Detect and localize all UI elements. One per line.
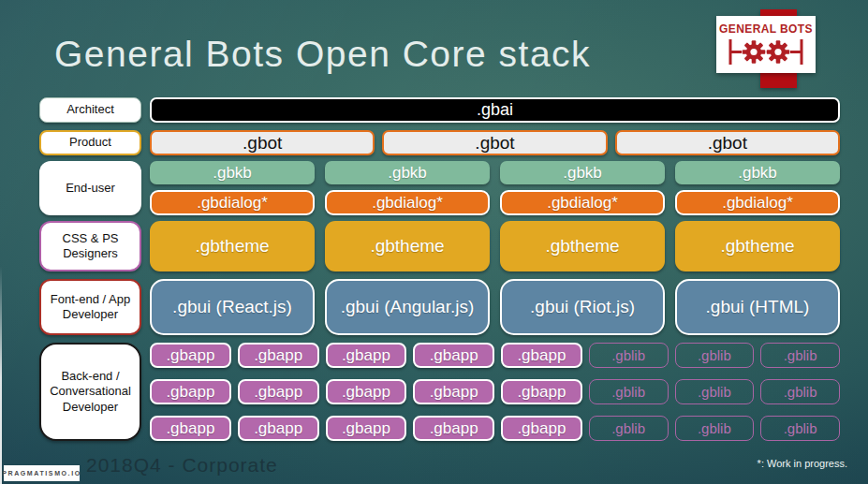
gblib-block: .gblib <box>760 416 840 441</box>
gbdialog-row: .gbdialog* .gbdialog* .gbdialog* .gbdial… <box>150 190 840 215</box>
gbkb-block: .gbkb <box>325 161 490 184</box>
gbot-block: .gbot <box>382 130 607 155</box>
gbui-react-block: .gbui (React.js) <box>150 279 315 335</box>
pragmatismo-watermark: PRAGMATISMO.IO <box>4 465 80 481</box>
work-in-progress-note: *: Work in progress. <box>758 458 847 469</box>
row-label-frontend-app-developer: Font-end / App Developer <box>39 279 141 335</box>
gbdialog-block: .gbdialog* <box>325 190 490 215</box>
gbot-block: .gbot <box>150 130 375 155</box>
row-label-css-ps-designers: CSS & PS Designers <box>39 221 141 271</box>
gbapp-block: .gbapp <box>501 379 582 404</box>
gbapp-block: .gbapp <box>326 343 407 368</box>
gbapp-block: .gbapp <box>413 416 494 441</box>
gbkb-block: .gbkb <box>500 161 665 184</box>
gbapp-block: .gbapp <box>326 379 407 404</box>
gbapp-block: .gbapp <box>501 416 582 441</box>
gbkb-block: .gbkb <box>675 161 840 184</box>
gbdialog-block: .gbdialog* <box>150 190 315 215</box>
slide-left-edge <box>0 0 2 484</box>
gbai-row: .gbai <box>150 97 840 123</box>
gbdialog-block: .gbdialog* <box>675 190 840 215</box>
gbui-riot-block: .gbui (Riot.js) <box>500 279 665 335</box>
gbapp-block: .gbapp <box>238 343 319 368</box>
gbui-html-block: .gbui (HTML) <box>675 279 840 335</box>
gblib-block: .gblib <box>675 416 755 441</box>
gblib-block: .gblib <box>589 379 669 404</box>
logo-card: GENERAL BOTS <box>716 16 816 73</box>
footer-date-corporate: 2018Q4 - Corporate <box>86 454 278 477</box>
gbai-block: .gbai <box>150 97 840 123</box>
row-label-backend-conversational-developer: Back-end / Conversational Developer <box>39 343 141 441</box>
gbapp-block: .gbapp <box>238 379 319 404</box>
gblib-block: .gblib <box>675 343 755 368</box>
gbapp-gblib-row-3: .gbapp .gbapp .gbapp .gbapp .gbapp .gbli… <box>150 416 840 441</box>
gbtheme-block: .gbtheme <box>675 221 840 271</box>
slide: General Bots Open Core stack GENERAL BOT… <box>0 0 868 484</box>
gbui-row: .gbui (React.js) .gbui (Angular.js) .gbu… <box>150 279 840 335</box>
two-gears-with-axle-icon <box>723 37 809 71</box>
gbtheme-block: .gbtheme <box>500 221 665 271</box>
gbapp-block: .gbapp <box>501 343 582 368</box>
gbapp-block: .gbapp <box>326 416 407 441</box>
gblib-block: .gblib <box>589 343 669 368</box>
gbkb-row: .gbkb .gbkb .gbkb .gbkb <box>150 161 840 184</box>
row-label-end-user: End-user <box>39 161 141 215</box>
gbapp-block: .gbapp <box>150 379 231 404</box>
gbapp-gblib-row-1: .gbapp .gbapp .gbapp .gbapp .gbapp .gbli… <box>150 343 840 368</box>
gbapp-block: .gbapp <box>238 416 319 441</box>
row-label-product: Product <box>39 130 141 155</box>
gbapp-block: .gbapp <box>413 379 494 404</box>
gbtheme-block: .gbtheme <box>325 221 490 271</box>
gbtheme-block: .gbtheme <box>150 221 315 271</box>
gbot-row: .gbot .gbot .gbot <box>150 130 840 155</box>
gblib-block: .gblib <box>675 379 755 404</box>
row-label-architect: Architect <box>39 97 141 123</box>
gblib-block: .gblib <box>760 343 840 368</box>
gbapp-gblib-row-2: .gbapp .gbapp .gbapp .gbapp .gbapp .gbli… <box>150 379 840 404</box>
gblib-block: .gblib <box>760 379 840 404</box>
gbui-angular-block: .gbui (Angular.js) <box>325 279 490 335</box>
gbkb-block: .gbkb <box>150 161 315 184</box>
gbapp-block: .gbapp <box>150 343 231 368</box>
gblib-block: .gblib <box>589 416 669 441</box>
gbtheme-row: .gbtheme .gbtheme .gbtheme .gbtheme <box>150 221 840 271</box>
slide-title: General Bots Open Core stack <box>54 34 672 75</box>
logo-brand-text: GENERAL BOTS <box>719 22 813 36</box>
gbapp-block: .gbapp <box>150 416 231 441</box>
gbot-block: .gbot <box>615 130 840 155</box>
gbdialog-block: .gbdialog* <box>500 190 665 215</box>
gbapp-block: .gbapp <box>413 343 494 368</box>
